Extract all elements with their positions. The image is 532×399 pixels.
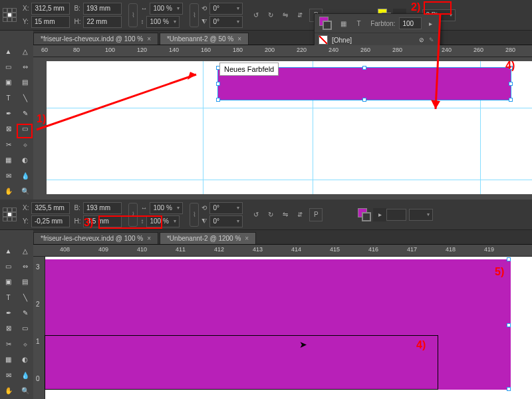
direct-selection-tool[interactable]: △ [17, 44, 33, 59]
line-tool[interactable]: ╲ [17, 90, 33, 105]
rectangle-frame-tool[interactable]: ⊠ [0, 122, 17, 136]
type-tool[interactable]: T [0, 90, 17, 105]
rotate-ccw-icon[interactable]: ↺ [249, 208, 263, 221]
ruler-horizontal: 408409410411412413414415416417418419 [33, 245, 532, 257]
callout-4: 4) [505, 60, 515, 72]
shear-field[interactable]: 0° [209, 215, 243, 227]
callout-3: 3) [84, 217, 93, 229]
cursor-icon: ➤ [299, 339, 307, 350]
close-icon[interactable]: × [245, 235, 249, 242]
free-transform-tool[interactable]: ⟐ [17, 137, 33, 152]
doc-tab-active[interactable]: *Unbenannt-2 @ 1200 %× [160, 232, 256, 244]
rotate-cw-icon[interactable]: ↻ [264, 9, 277, 22]
flip-v-icon[interactable]: ⇵ [293, 9, 307, 22]
canvas-top[interactable]: Neues Farbfeld [33, 57, 532, 200]
swatch-none[interactable]: [Ohne]⊘✎ [315, 33, 440, 47]
scale-y[interactable]: 100 % [146, 16, 180, 28]
rectangle-frame-tool[interactable]: ⊠ [0, 321, 17, 336]
content-collector-tool[interactable]: ▣ [0, 275, 17, 289]
link-scale-icon[interactable]: ⌇ [190, 203, 199, 227]
reference-point[interactable] [3, 207, 17, 222]
fill-stroke-proxy[interactable] [358, 208, 371, 221]
content-placer-tool[interactable]: ▤ [17, 75, 33, 90]
hand-tool[interactable]: ✋ [0, 184, 17, 199]
pen-tool[interactable]: ✒ [0, 306, 17, 321]
tone-slider-arrow-icon[interactable]: ▸ [424, 17, 437, 30]
link-wh-icon[interactable]: ⌇ [128, 3, 138, 27]
note-tool[interactable]: ✉ [0, 368, 17, 382]
shear-field[interactable]: 0° [209, 16, 243, 28]
x-field[interactable] [31, 3, 70, 15]
doc-tab[interactable]: *friseur-les-cheveux.indd @ 100 %× [33, 232, 158, 244]
flip-h-icon[interactable]: ⇋ [279, 9, 292, 22]
callout-5: 5) [495, 266, 504, 278]
scissors-tool[interactable]: ✂ [0, 137, 17, 152]
eyedropper-tool[interactable]: 💧 [17, 168, 33, 183]
close-icon[interactable]: × [237, 35, 241, 43]
close-icon[interactable]: × [147, 235, 151, 242]
flip-v-icon[interactable]: ⇵ [293, 208, 307, 221]
ruler-vertical: 3210 [33, 257, 45, 399]
doc-tab[interactable]: *friseur-les-cheveux.indd @ 100 %× [33, 33, 158, 45]
x-field[interactable] [31, 202, 70, 214]
line-tool[interactable]: ╲ [17, 290, 33, 305]
close-icon[interactable]: × [147, 35, 151, 43]
rotate-cw-icon[interactable]: ↻ [264, 208, 277, 221]
w-field[interactable] [83, 3, 122, 15]
scale-x[interactable]: 100 % [150, 3, 183, 15]
rectangle-tool[interactable]: ▭ [17, 321, 33, 336]
direct-selection-tool[interactable]: △ [17, 243, 33, 258]
rotate-ccw-icon[interactable]: ↺ [249, 9, 263, 22]
page [47, 61, 532, 194]
doc-tab-active[interactable]: *Unbenannt-2 @ 50 %× [160, 33, 249, 45]
panel-fill-stroke[interactable] [319, 17, 332, 30]
rotate-field[interactable]: 0° [209, 202, 243, 214]
scissors-tool[interactable]: ✂ [0, 336, 17, 351]
scale-x[interactable]: 100 % [150, 202, 183, 214]
stroke-weight[interactable] [409, 209, 433, 221]
zoom-tool[interactable]: 🔍 [17, 184, 33, 199]
tooltip: Neues Farbfeld [219, 63, 279, 76]
h-field[interactable] [83, 16, 122, 28]
y-field[interactable] [31, 16, 70, 28]
callout-4b: 4) [416, 339, 426, 351]
reference-point[interactable] [3, 8, 17, 23]
paragraph-icon[interactable]: P [309, 208, 323, 221]
w-field[interactable] [83, 202, 122, 214]
content-collector-tool[interactable]: ▣ [0, 75, 17, 90]
page-tool[interactable]: ▭ [0, 59, 17, 74]
hand-tool[interactable]: ✋ [0, 384, 17, 398]
gradient-swatch-tool[interactable]: ▦ [0, 153, 17, 168]
pen-tool[interactable]: ✒ [0, 106, 17, 121]
gradient-feather-tool[interactable]: ◐ [17, 153, 33, 168]
type-tool[interactable]: T [0, 290, 17, 305]
fill-menu-arrow-icon[interactable]: ▸ [373, 208, 386, 221]
selection-tool[interactable]: ▲ [0, 243, 17, 258]
zoom-tool[interactable]: 🔍 [17, 384, 33, 398]
free-transform-tool[interactable]: ⟐ [17, 336, 33, 351]
selection-tool[interactable]: ▲ [0, 44, 17, 59]
gradient-swatch-tool[interactable]: ▦ [0, 352, 17, 367]
control-bar-bottom: X: Y: B: H: ⌇ ↔100 % ↕100 % ⌇ ⟲0° ⧨0° ↺ … [0, 200, 532, 230]
pencil-tool[interactable]: ✎ [17, 306, 33, 321]
rotate-field[interactable]: 0° [209, 3, 243, 15]
note-tool[interactable]: ✉ [0, 168, 17, 183]
gap-tool[interactable]: ⇔ [17, 59, 33, 74]
gradient-feather-tool[interactable]: ◐ [17, 352, 33, 367]
tone-field[interactable] [399, 17, 421, 29]
y-field[interactable] [31, 215, 70, 227]
canvas-bottom[interactable]: ➤ [45, 257, 532, 399]
page-tool[interactable]: ▭ [0, 259, 17, 273]
container-format-icon[interactable]: ▦ [336, 17, 349, 30]
stroke-style[interactable] [386, 209, 406, 221]
flip-h-icon[interactable]: ⇋ [279, 208, 292, 221]
eyedropper-tool[interactable]: 💧 [17, 368, 33, 382]
callout-2: 2) [411, 1, 420, 13]
gap-tool[interactable]: ⇔ [17, 259, 33, 273]
content-placer-tool[interactable]: ▤ [17, 275, 33, 289]
link-scale-icon[interactable]: ⌇ [190, 3, 199, 27]
ruler-horizontal: 6080100120140160180200220240260280240260… [33, 45, 532, 57]
document-tabs: *friseur-les-cheveux.indd @ 100 %× *Unbe… [0, 230, 532, 245]
text-format-icon[interactable]: T [352, 17, 365, 30]
pencil-tool[interactable]: ✎ [17, 106, 33, 121]
